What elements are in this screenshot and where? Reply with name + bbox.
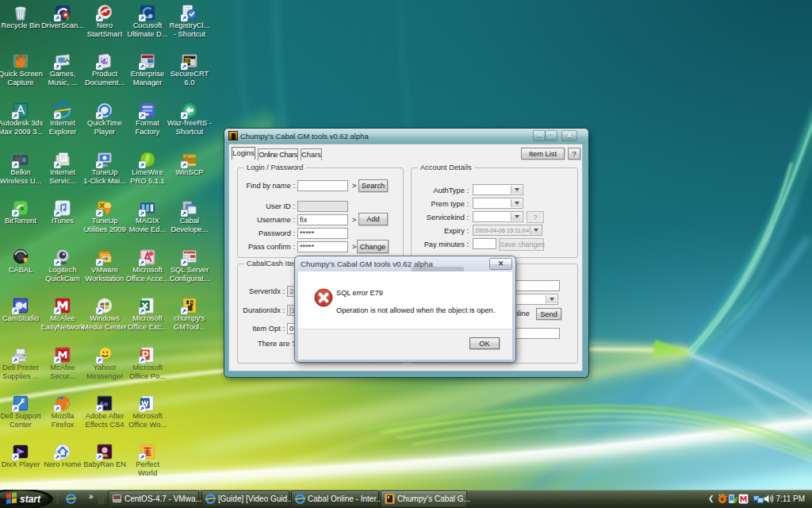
svg-text:start: start bbox=[20, 494, 41, 505]
